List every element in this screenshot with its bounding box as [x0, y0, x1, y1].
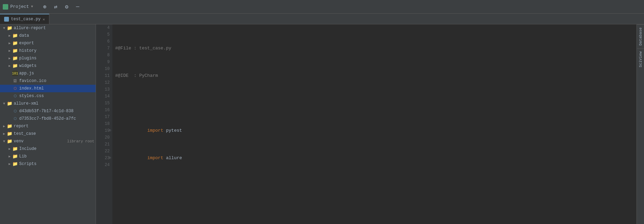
- project-label: Project: [10, 4, 29, 9]
- tree-label: Scripts: [19, 162, 94, 166]
- sync-icon[interactable]: ⇄: [52, 3, 59, 10]
- folder-icon: 📁: [7, 25, 12, 31]
- tree-arrow: ▼: [1, 140, 7, 143]
- line-num-5: 5: [96, 31, 110, 38]
- xml-file-icon: ⬡: [12, 108, 18, 114]
- line-num-23: 23: [96, 155, 110, 162]
- sidebar-item-widgets[interactable]: ▶ 📁 widgets: [0, 62, 96, 70]
- code-line-7: ⊖ import pytest: [115, 127, 634, 134]
- sidebar-item-allure-xml[interactable]: ▼ 📁 allure-xml: [0, 100, 96, 107]
- tree-arrow: ▶: [7, 49, 12, 53]
- sidebar-item-d43db53f[interactable]: ▶ ⬡ d43db53f-7b17-4c1d-838: [0, 107, 96, 115]
- code-area: 4 5 6 7 8 9 10 11 12 13 14 15 16 17 18 1…: [96, 24, 636, 224]
- project-dropdown-icon[interactable]: ▼: [31, 5, 33, 9]
- sidebar-item-report[interactable]: ▶ 📁 report: [0, 122, 96, 130]
- tree-arrow: ▼: [1, 102, 7, 106]
- tree-label: test_case: [14, 131, 94, 136]
- sidebar-item-lib[interactable]: ▶ 📁 Lib: [0, 153, 96, 160]
- project-selector[interactable]: Project ▼: [3, 4, 33, 10]
- sidebar-item-allure-report[interactable]: ▼ 📁 allure-report: [0, 24, 96, 32]
- folder-icon: 📁: [7, 131, 12, 137]
- tree-arrow: ▶: [7, 154, 12, 158]
- code-content: #@File : test_case.py #@IDE : PyCharm ⊖ …: [112, 24, 636, 224]
- line-num-8: 8: [96, 52, 110, 59]
- folder-icon: 📁: [7, 123, 12, 129]
- line-num-20: 20: [96, 134, 110, 141]
- sidebar-item-history[interactable]: ▶ 📁 history: [0, 47, 96, 55]
- sidebar-item-d7353cc7[interactable]: ▶ ⬡ d7353cc7-fbd8-452d-a7fc: [0, 115, 96, 122]
- line-num-6: 6: [96, 38, 110, 45]
- line-num-15: 15: [96, 100, 110, 107]
- sidebar-item-index-html[interactable]: ▶ ⬡ index.html: [0, 85, 96, 92]
- main-layout: ▼ 📁 allure-report ▶ 📁 data ▶ 📁 export ▶ …: [0, 24, 644, 224]
- tree-label: allure-xml: [14, 101, 94, 106]
- tabs-bar: test_case.py ✕: [0, 14, 644, 24]
- line-num-12: 12: [96, 79, 110, 86]
- line-num-4: 4: [96, 24, 110, 31]
- top-bar: Project ▼ ⊕ ⇄ ⚙ —: [0, 0, 644, 14]
- tree-arrow: ▶: [1, 132, 7, 136]
- sidebar-item-venv[interactable]: ▼ 📁 venv library root: [0, 138, 96, 145]
- minimize-icon[interactable]: —: [74, 3, 81, 10]
- folder-icon: 📁: [12, 33, 18, 38]
- code-line-5: #@IDE : PyCharm: [115, 72, 634, 79]
- code-line-8: ⊖ import allure: [115, 155, 634, 162]
- tree-label: data: [19, 33, 94, 38]
- sidebar-item-test-case[interactable]: ▶ 📁 test_case: [0, 130, 96, 138]
- right-panels: Database SciView: [636, 24, 644, 224]
- folder-icon: 📁: [12, 56, 18, 61]
- sidebar-item-favicon[interactable]: ▶ 🖼 favicon.ico: [0, 77, 96, 85]
- sidebar-item-include[interactable]: ▶ 📁 Include: [0, 145, 96, 153]
- tree-arrow: ▶: [7, 162, 12, 166]
- code-token: import: [147, 127, 163, 134]
- tab-test-case-py[interactable]: test_case.py ✕: [0, 14, 49, 24]
- tree-arrow-empty: ▶: [7, 79, 12, 83]
- js-file-icon: 101: [12, 71, 18, 76]
- sidebar-item-export[interactable]: ▶ 📁 export: [0, 39, 96, 47]
- tree-label: allure-report: [14, 26, 94, 31]
- tree-label: favicon.ico: [19, 79, 94, 83]
- code-token: pytest: [163, 127, 182, 134]
- add-icon[interactable]: ⊕: [41, 3, 48, 10]
- folder-icon: 📁: [12, 161, 18, 167]
- sidebar-item-plugins[interactable]: ▶ 📁 plugins: [0, 55, 96, 62]
- right-tab-database[interactable]: Database: [637, 24, 644, 48]
- tree-arrow: ▶: [7, 34, 12, 38]
- sidebar-item-scripts[interactable]: ▶ 📁 Scripts: [0, 160, 96, 168]
- tree-arrow: ▶: [7, 56, 12, 60]
- line-num-9: 9: [96, 59, 110, 66]
- toolbar-icons: ⊕ ⇄ ⚙ —: [41, 3, 81, 10]
- folder-icon: 📁: [12, 40, 18, 46]
- code-editor[interactable]: 4 5 6 7 8 9 10 11 12 13 14 15 16 17 18 1…: [96, 24, 636, 224]
- line-num-18: 18: [96, 120, 110, 127]
- line-num-17: 17: [96, 114, 110, 120]
- xml-file-icon: ⬡: [12, 116, 18, 121]
- tree-arrow-empty: ▶: [7, 71, 12, 75]
- tree-arrow: ▼: [1, 26, 7, 30]
- right-tab-sciview[interactable]: SciView: [637, 48, 644, 70]
- tab-close-button[interactable]: ✕: [42, 17, 45, 22]
- line-num-16: 16: [96, 107, 110, 114]
- tree-arrow-empty: ▶: [7, 86, 12, 91]
- tree-arrow: ▶: [7, 64, 12, 68]
- code-line-9: [115, 182, 634, 189]
- line-num-21: 21: [96, 141, 110, 148]
- tree-arrow-empty: ▶: [7, 117, 12, 121]
- code-line-6: [115, 100, 634, 107]
- tree-label: venv: [14, 139, 65, 144]
- code-token: #@File : test_case.py: [115, 45, 171, 52]
- line-num-11: 11: [96, 72, 110, 79]
- line-numbers: 4 5 6 7 8 9 10 11 12 13 14 15 16 17 18 1…: [96, 24, 112, 224]
- settings-icon[interactable]: ⚙: [63, 3, 70, 10]
- sidebar-item-data[interactable]: ▶ 📁 data: [0, 32, 96, 39]
- tree-label: plugins: [19, 56, 94, 61]
- tree-label: report: [14, 124, 94, 129]
- tree-sublabel: library root: [67, 139, 94, 143]
- tab-label: test_case.py: [11, 17, 40, 22]
- tree-arrow-empty: ▶: [7, 109, 12, 113]
- line-num-7: 7: [96, 45, 110, 52]
- sidebar-item-styles-css[interactable]: ▶ ⬡ styles.css: [0, 92, 96, 100]
- project-icon: [3, 4, 8, 10]
- sidebar-item-app-js[interactable]: ▶ 101 app.js: [0, 70, 96, 77]
- code-line-4: #@File : test_case.py: [115, 45, 634, 52]
